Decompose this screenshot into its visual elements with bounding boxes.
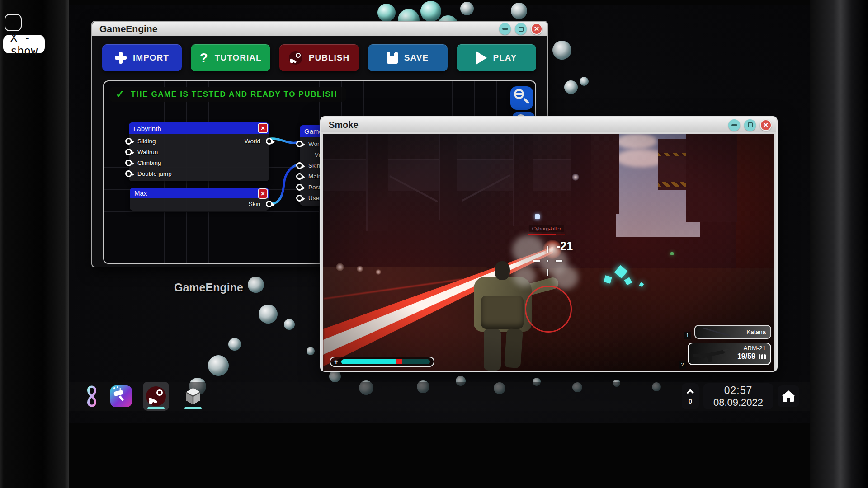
keybind-hint-pill: X - show (3, 35, 45, 53)
output-pin-icon[interactable] (266, 138, 273, 145)
node-max[interactable]: Max ✕ Skin (130, 188, 269, 211)
node-input-row: Wallrun (129, 146, 269, 157)
close-icon: ✕ (260, 125, 265, 131)
rifle-stock (693, 354, 700, 357)
play-label: PLAY (493, 53, 517, 63)
maximize-button[interactable] (744, 119, 756, 131)
steam-icon-dot (290, 60, 293, 63)
node-title: Max (134, 189, 147, 197)
input-pin-icon[interactable] (125, 138, 132, 145)
minimize-button[interactable] (728, 119, 740, 131)
close-button[interactable]: ✕ (760, 119, 772, 131)
input-pin-icon[interactable] (296, 184, 303, 191)
input-pin-icon[interactable] (296, 141, 303, 147)
window-controls: ✕ (499, 23, 542, 35)
close-button[interactable]: ✕ (531, 23, 542, 35)
input-label: Wallrun (137, 149, 158, 155)
plus-icon (115, 52, 127, 64)
output-label: Skin (249, 201, 260, 207)
running-indicator (184, 407, 202, 409)
katana-icon (703, 328, 730, 336)
close-icon: ✕ (763, 121, 769, 129)
output-pin-icon[interactable] (266, 201, 273, 207)
clock-date: 08.09.2022 (713, 397, 763, 408)
rifle-icon (693, 346, 732, 362)
input-label: Main (308, 173, 321, 180)
tutorial-label: TUTORIAL (215, 53, 262, 63)
save-button[interactable]: SAVE (368, 44, 448, 71)
weapon-name: ARM-21 (737, 345, 766, 352)
save-label: SAVE (404, 53, 429, 63)
node-labyrinth-header[interactable]: Labyrinth ✕ (129, 122, 269, 134)
taskbar-app-paint[interactable] (110, 385, 132, 407)
minimize-button[interactable] (499, 23, 511, 35)
gameengine-titlebar[interactable]: GameEngine ✕ (92, 22, 547, 36)
input-label: Skin (308, 162, 320, 169)
input-pin-icon[interactable] (125, 149, 132, 155)
game-screenshot: Cyborg-killer -21 + Katana 1 (323, 134, 774, 371)
bubble (284, 319, 295, 330)
close-icon: ✕ (260, 191, 265, 197)
paint-dot (119, 388, 121, 390)
taskbar-app-steam-active[interactable] (143, 382, 169, 411)
keybind-hint-label: X - show (10, 31, 38, 57)
health-bar-damage (396, 359, 402, 364)
minimize-icon (502, 28, 508, 30)
smoke-titlebar[interactable]: Smoke ✕ (321, 117, 776, 132)
node-delete-button[interactable]: ✕ (258, 188, 268, 199)
output-label: World (245, 138, 260, 145)
smoke-window-title: Smoke (329, 120, 728, 130)
node-max-header[interactable]: Max ✕ (130, 188, 269, 198)
paint-roller-icon (113, 390, 123, 397)
input-label: User (308, 195, 321, 202)
bubble (259, 305, 278, 324)
input-pin-icon[interactable] (125, 160, 132, 166)
publish-label: PUBLISH (309, 53, 349, 63)
question-mark-icon: ? (199, 51, 208, 65)
play-button[interactable]: PLAY (457, 44, 536, 71)
node-delete-button[interactable]: ✕ (258, 123, 268, 133)
taskbar-app-unity[interactable] (180, 382, 206, 411)
steam-icon (146, 386, 166, 406)
input-pin-icon[interactable] (125, 170, 132, 177)
close-icon: ✕ (534, 25, 540, 33)
clock-widget[interactable]: 02:57 08.09.2022 (703, 383, 773, 409)
input-pin-icon[interactable] (296, 195, 303, 202)
gameengine-toolbar: IMPORT ? TUTORIAL PUBLISH SAVE PLAY (102, 44, 536, 71)
weapon-slot-rifle-selected: ARM-21 19/59 (688, 343, 771, 365)
room-edge-left (0, 0, 69, 488)
publish-button[interactable]: PUBLISH (279, 44, 359, 71)
node-output-row: World (245, 136, 269, 146)
bubble (329, 371, 341, 382)
input-pin-icon[interactable] (296, 173, 303, 180)
weapon-slot-number: 2 (679, 361, 686, 369)
maximize-icon (748, 122, 753, 127)
taskbar-app-hourglass[interactable] (84, 382, 99, 411)
node-labyrinth[interactable]: Labyrinth ✕ Sliding Wallrun Climbing Dou… (129, 122, 269, 181)
health-bar-fill (341, 359, 396, 364)
rifle-magazine (707, 355, 713, 362)
node-body: Skin (130, 198, 269, 211)
input-label: Climbing (137, 160, 161, 166)
notifications-button[interactable]: 0 (682, 383, 699, 409)
steam-icon-dot (149, 400, 153, 404)
node-body: Sliding Wallrun Climbing Double jump Wor… (129, 134, 269, 181)
home-button[interactable] (778, 385, 799, 407)
desktop-icon-label[interactable]: GameEngine (174, 281, 243, 294)
bullets-icon (759, 354, 766, 359)
paint-dot (113, 387, 115, 389)
node-input-row: Climbing (129, 157, 269, 168)
weapon-name: Katana (731, 328, 770, 335)
import-button[interactable]: IMPORT (102, 44, 182, 71)
import-label: IMPORT (133, 53, 169, 63)
maximize-button[interactable] (515, 23, 527, 35)
health-bar: + (330, 357, 434, 367)
node-output-row: Skin (130, 198, 269, 209)
input-label: Sliding (137, 138, 156, 145)
taskbar-right-cluster: 0 02:57 08.09.2022 (682, 383, 799, 409)
health-plus-icon: + (334, 358, 338, 365)
steam-icon-ring (296, 53, 301, 58)
tutorial-button[interactable]: ? TUTORIAL (191, 44, 270, 71)
hourglass-icon (84, 385, 99, 408)
input-pin-icon[interactable] (296, 162, 303, 169)
